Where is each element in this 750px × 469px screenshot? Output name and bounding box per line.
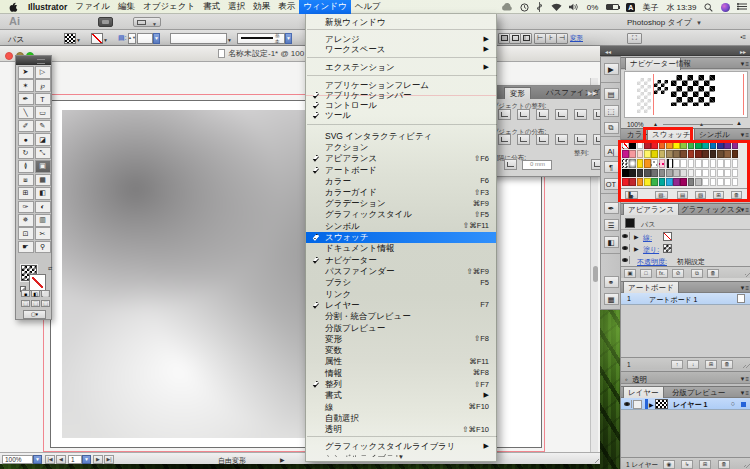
menu-item-ナビゲーター[interactable]: ナビゲーター [306, 254, 496, 265]
volume-icon[interactable] [569, 3, 579, 11]
workspace-switcher[interactable]: Photoshop タイプ▼ [627, 17, 702, 28]
sync-status-icon[interactable] [501, 3, 512, 11]
zoom-level-field[interactable]: 100% [2, 455, 33, 464]
tab-info[interactable]: 情報 [672, 58, 695, 70]
paintbrush-tool[interactable]: ✐ [18, 120, 34, 133]
menu-item-グラフィックスタイルライブラリ[interactable]: グラフィックスタイルライブラリ▶ [306, 441, 496, 452]
layer-target-icon[interactable]: ○ [731, 400, 735, 407]
new-fill-button[interactable]: □ [640, 269, 652, 278]
menu-item-パスファインダー[interactable]: パスファインダー⇧⌘F9 [306, 266, 496, 277]
shape-builder-tool[interactable]: ⧈ [18, 174, 34, 187]
next-page-button[interactable]: ▶ [93, 455, 103, 464]
stroke-weight-dropdown[interactable]: ▼ [153, 33, 160, 44]
column-graph-tool[interactable]: ▥ [35, 214, 51, 227]
move-artboard-up-button[interactable]: ↑ [671, 360, 683, 369]
free-transform-tool[interactable]: ▣ [35, 160, 51, 173]
appearance-panel-icon[interactable]: ✒ [604, 202, 619, 214]
width-tool[interactable]: ≬ [18, 160, 34, 173]
stroke-none-swatch[interactable] [663, 232, 672, 241]
new-stroke-button[interactable]: ▣ [624, 269, 636, 278]
pen-tool[interactable]: ✒ [18, 93, 34, 106]
menu-item-リンク[interactable]: リンク [306, 288, 496, 299]
menu-item-書式[interactable]: 書式▶ [306, 390, 496, 401]
symbol-sprayer-tool[interactable]: ✵ [18, 214, 34, 227]
menu-item-アクション[interactable]: アクション [306, 142, 496, 153]
input-user-label[interactable]: 美子 [643, 2, 659, 13]
mesh-tool[interactable]: ⊞ [18, 187, 34, 200]
distribute-button-0[interactable] [498, 134, 511, 145]
transparency-panel-collapsed[interactable]: ◦ 透明 ▼≡ [621, 371, 750, 384]
gradient-tool[interactable]: ◧ [35, 187, 51, 200]
page-dropdown[interactable]: ▼ [82, 455, 91, 464]
menu-item-透明[interactable]: 透明⇧⌘F10 [306, 424, 496, 435]
color-mode-none-button[interactable]: ⬜ [41, 290, 50, 297]
panel-collapse-icon[interactable]: ▶▶ [588, 89, 597, 96]
menubar-clock[interactable]: 水 13:39 [666, 2, 696, 13]
menu-item-ワークスペース[interactable]: ワークスペース▶ [306, 44, 496, 55]
menu-item-カラー[interactable]: カラーF6 [306, 175, 496, 186]
layer-name[interactable]: レイヤー 1 [673, 400, 707, 410]
stroke-color-well[interactable] [91, 33, 103, 44]
menu-item-分版プレビュー[interactable]: 分版プレビュー [306, 322, 496, 333]
brush-definition-field[interactable]: 基本 [237, 33, 285, 44]
navigator-zoom-value[interactable]: 100% [627, 121, 644, 128]
layers-menu-icon[interactable]: ▼≡ [740, 390, 749, 396]
menubar-item-5[interactable]: 選択 [224, 0, 249, 14]
opacity-visibility-eye-icon[interactable] [621, 256, 630, 264]
navigator-zoom-slider[interactable] [663, 124, 733, 125]
menu-item-アピアランス[interactable]: アピアランス⇧F6 [306, 153, 496, 164]
color-mode-color-button[interactable]: ■ [21, 290, 30, 297]
delete-layer-button[interactable]: 🗑 [718, 460, 730, 469]
stroke-swatch[interactable] [30, 275, 45, 290]
spacing-value-field[interactable]: 0 mm [522, 160, 552, 170]
align-button-1[interactable] [517, 109, 530, 120]
menu-item-グラデーション[interactable]: グラデーション⌘F9 [306, 198, 496, 209]
distribute-button-3[interactable] [555, 134, 568, 145]
prev-page-button[interactable]: ◀ [56, 455, 66, 464]
menu-item-整列[interactable]: 整列⇧F7 [306, 379, 496, 390]
swap-fill-stroke-icon[interactable]: ⇄ [48, 265, 52, 271]
draw-normal-button[interactable]: ⬚ [21, 300, 30, 307]
layer-expand-arrow[interactable]: ▶ [649, 401, 654, 408]
close-button[interactable] [5, 52, 13, 60]
color-mode-gradient-button[interactable]: ◧ [31, 290, 40, 297]
align-button-0[interactable] [498, 109, 511, 120]
time-machine-icon[interactable] [520, 3, 529, 12]
shape-mode-intersect-button[interactable] [520, 33, 532, 44]
menu-item-シンボル[interactable]: シンボル⇧⌘F11 [306, 220, 496, 231]
menu-item-変形[interactable]: 変形⇧F8 [306, 333, 496, 344]
layer-lock-box[interactable] [633, 400, 642, 409]
menu-scroll-down-icon[interactable]: ▼ [306, 454, 496, 460]
draw-behind-button[interactable]: ⬚ [31, 300, 40, 307]
keyboard-hub-icon[interactable] [536, 2, 543, 12]
appearance-fill-label[interactable]: 塗り: [643, 245, 659, 255]
last-page-button[interactable]: ▶| [104, 455, 114, 464]
spotlight-icon[interactable] [704, 3, 713, 12]
control-panel-menu-icon[interactable]: ▪≡ [740, 34, 746, 44]
transform-link[interactable]: 変形 [570, 34, 583, 44]
video-panel-icon[interactable]: ▶ [604, 63, 619, 75]
perspective-grid-tool[interactable]: ▦ [35, 174, 51, 187]
distribute-button-4[interactable] [574, 134, 587, 145]
menubar-item-2[interactable]: 編集 [114, 0, 139, 14]
slice-tool[interactable]: ✂ [35, 227, 51, 240]
type-tool[interactable]: T [35, 93, 51, 106]
fill-visibility-eye-icon[interactable] [621, 244, 630, 252]
lasso-tool[interactable]: ℘ [35, 79, 51, 92]
menu-item-自動選択[interactable]: 自動選択 [306, 412, 496, 423]
menu-item-スウォッチ[interactable]: スウォッチ [306, 232, 496, 243]
distribute-button-2[interactable] [536, 134, 549, 145]
line-segment-tool[interactable]: ╲ [18, 106, 34, 119]
navigator-menu-icon[interactable]: ▼≡ [740, 61, 749, 67]
menu-item-SVG インタラクティビティ[interactable]: SVG インタラクティビティ [306, 131, 496, 142]
layer-visibility-eye-icon[interactable] [623, 400, 632, 408]
menu-item-アートボード[interactable]: アートボード [306, 164, 496, 175]
menu-item-ツール[interactable]: ツール [306, 110, 496, 121]
menu-item-レイヤー[interactable]: レイヤーF7 [306, 299, 496, 310]
clear-appearance-button[interactable]: ⊘ [672, 269, 684, 278]
new-sublayer-button[interactable]: ↳ [681, 460, 693, 469]
notification-center-icon[interactable] [737, 3, 747, 11]
zoom-in-icon[interactable]: ▲ [736, 120, 742, 126]
artboards-menu-icon[interactable]: ▼≡ [740, 285, 749, 291]
menu-item-分割・統合プレビュー[interactable]: 分割・統合プレビュー [306, 311, 496, 322]
